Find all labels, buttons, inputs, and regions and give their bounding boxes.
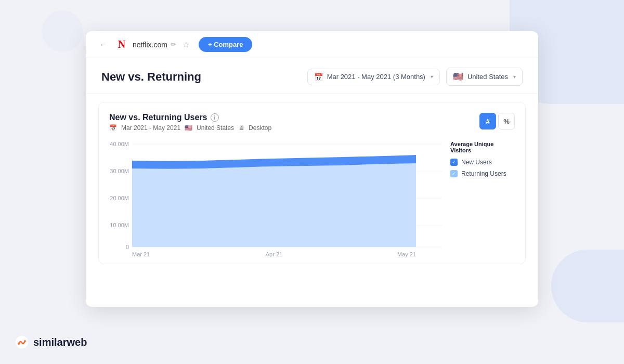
chart-area: 40.00M 30.00M 20.00M 10.00M 0 [109, 137, 515, 264]
subtitle-device: Desktop [249, 124, 271, 132]
edit-icon[interactable]: ✏ [171, 41, 176, 48]
chart-legend: Average Unique Visitors ✓ New Users ✓ Re… [442, 137, 515, 264]
legend-title: Average Unique Visitors [450, 141, 515, 153]
legend-checkbox-new: ✓ [450, 159, 458, 166]
svg-text:40.00M: 40.00M [110, 141, 129, 147]
percent-button[interactable]: % [498, 113, 515, 129]
compare-button[interactable]: + Compare [199, 37, 253, 52]
country-label: United States [467, 73, 508, 81]
flag-icon: 🇺🇸 [453, 72, 463, 82]
legend-checkbox-returning: ✓ [450, 170, 458, 177]
chart-title-text: New vs. Returning Users [109, 113, 207, 122]
calendar-icon: 📅 [314, 73, 323, 81]
svg-text:Apr 21: Apr 21 [266, 251, 282, 257]
bg-decoration-top-left [42, 10, 83, 52]
calendar-subtitle-icon: 📅 [109, 124, 117, 132]
legend-item-returning-users[interactable]: ✓ Returning Users [450, 170, 515, 177]
netflix-n-icon: N [118, 38, 125, 50]
svg-text:May 21: May 21 [397, 251, 416, 257]
star-icon[interactable]: ☆ [183, 40, 189, 49]
legend-item-new-users[interactable]: ✓ New Users [450, 159, 515, 166]
chart-svg-wrapper: 40.00M 30.00M 20.00M 10.00M 0 [109, 137, 442, 264]
similarweb-branding: similarweb [15, 335, 87, 349]
back-icon: ← [99, 40, 108, 49]
chart-title: New vs. Returning Users i [109, 113, 271, 122]
monitor-icon: 🖥 [238, 124, 244, 132]
similarweb-logo-icon [15, 335, 29, 349]
subtitle-date: Mar 2021 - May 2021 [121, 124, 180, 132]
chevron-down-icon: ▾ [431, 74, 433, 80]
browser-toolbar: ← N netflix.com ✏ ☆ + Compare [86, 31, 538, 58]
similarweb-name: similarweb [33, 336, 87, 348]
chart-title-section: New vs. Returning Users i 📅 Mar 2021 - M… [109, 113, 271, 132]
legend-label-new: New Users [461, 159, 492, 166]
flag-subtitle-icon: 🇺🇸 [185, 124, 192, 132]
chart-header: New vs. Returning Users i 📅 Mar 2021 - M… [109, 113, 515, 132]
chart-svg: 40.00M 30.00M 20.00M 10.00M 0 [109, 137, 442, 262]
legend-label-returning: Returning Users [461, 170, 506, 177]
date-range-label: Mar 2021 - May 2021 (3 Months) [327, 73, 425, 81]
info-icon[interactable]: i [211, 113, 219, 122]
svg-text:30.00M: 30.00M [110, 168, 129, 174]
header-controls: 📅 Mar 2021 - May 2021 (3 Months) ▾ 🇺🇸 Un… [307, 68, 523, 86]
svg-text:Mar 21: Mar 21 [132, 251, 150, 257]
subtitle-country: United States [197, 124, 234, 132]
svg-point-14 [18, 343, 20, 345]
date-range-button[interactable]: 📅 Mar 2021 - May 2021 (3 Months) ▾ [307, 69, 440, 85]
chart-card: New vs. Returning Users i 📅 Mar 2021 - M… [98, 102, 526, 264]
bg-decoration-bottom-right [551, 250, 624, 322]
svg-text:10.00M: 10.00M [110, 222, 129, 228]
url-text: netflix.com [133, 41, 167, 49]
hash-button[interactable]: # [479, 113, 496, 129]
country-button[interactable]: 🇺🇸 United States ▾ [446, 68, 523, 86]
svg-text:0: 0 [126, 244, 129, 250]
browser-window: ← N netflix.com ✏ ☆ + Compare New vs. Re… [86, 31, 538, 307]
svg-point-15 [24, 340, 26, 342]
page-title: New vs. Returning [101, 70, 201, 84]
returning-users-area [132, 163, 416, 247]
svg-text:20.00M: 20.00M [110, 195, 129, 201]
back-button[interactable]: ← [96, 37, 111, 52]
url-bar: netflix.com ✏ [133, 41, 176, 49]
page-header: New vs. Returning 📅 Mar 2021 - May 2021 … [86, 58, 538, 94]
netflix-logo: N [116, 39, 127, 50]
chart-subtitle: 📅 Mar 2021 - May 2021 🇺🇸 United States 🖥… [109, 124, 271, 132]
chevron-down-icon-country: ▾ [513, 74, 516, 80]
chart-actions: # % [479, 113, 515, 129]
